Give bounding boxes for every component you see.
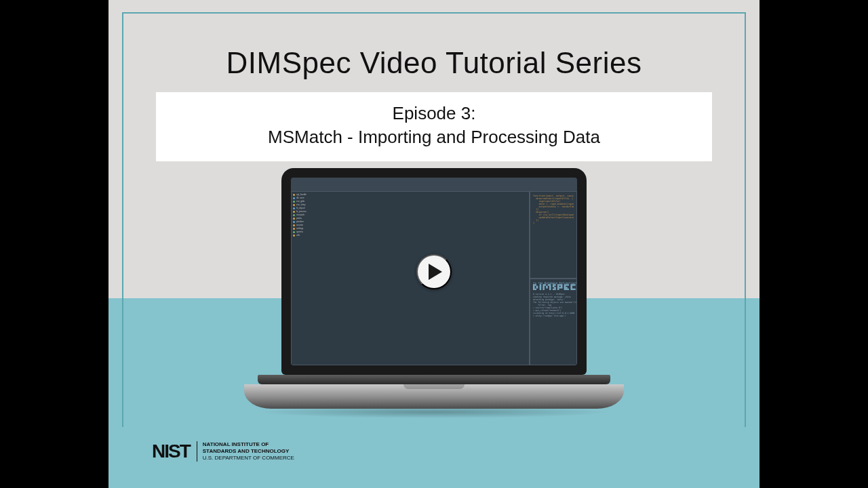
code-snippet: function(input, output, session) { obser… <box>533 195 574 224</box>
dimspec-ascii-logo: █▀▄ █ █▀▄▀█ █▀ █▀█ █▀▀ █▀▀ █▄▀ █ █ ▀ █ ▄… <box>533 285 574 290</box>
ide-environment-pane: api_handledb_connenv_globenv_shinyfn_imp… <box>291 191 530 365</box>
laptop-lid: function(input, output, session) { obser… <box>281 168 587 375</box>
play-button[interactable] <box>416 254 452 289</box>
laptop-base <box>244 384 624 409</box>
nist-logo-mark: NIST <box>152 441 190 462</box>
laptop-graphic: function(input, output, session) { obser… <box>258 168 610 418</box>
ide-source-pane: function(input, output, session) { obser… <box>530 191 577 279</box>
laptop-screen: function(input, output, session) { obser… <box>291 178 577 365</box>
nist-logo-line2: STANDARDS AND TECHNOLOGY <box>203 448 294 455</box>
nist-logo: NIST NATIONAL INSTITUTE OF STANDARDS AND… <box>152 441 294 462</box>
play-icon <box>428 264 443 280</box>
ide-toolbar <box>291 178 577 191</box>
nist-logo-line1: NATIONAL INSTITUTE OF <box>203 441 294 448</box>
nist-logo-text: NATIONAL INSTITUTE OF STANDARDS AND TECH… <box>197 441 294 462</box>
slide: DIMSpec Video Tutorial Series Episode 3:… <box>108 0 760 488</box>
laptop-hinge <box>258 375 610 384</box>
nist-logo-line3: U.S. DEPARTMENT OF COMMERCE <box>203 455 294 462</box>
env-item: utils <box>293 234 528 237</box>
ide-console-pane: to the Database Infrastructure for Mass … <box>530 279 577 366</box>
console-output: R version 4.2.1 -- DIMSpec Loading requi… <box>533 293 574 317</box>
